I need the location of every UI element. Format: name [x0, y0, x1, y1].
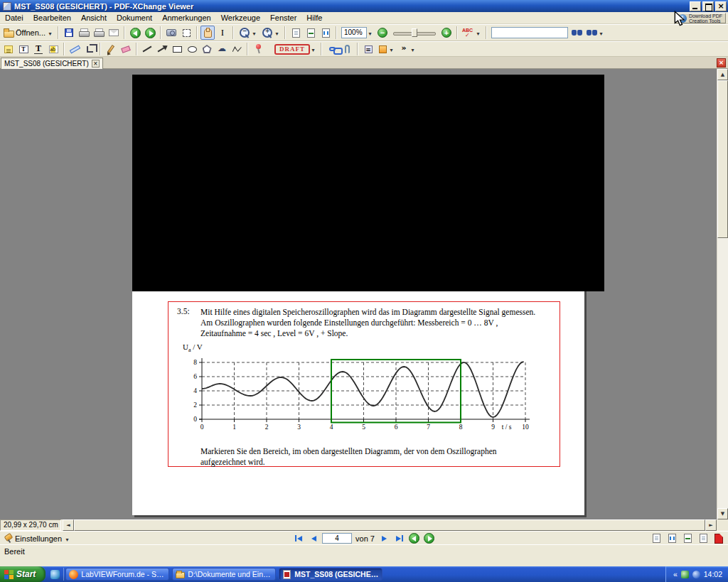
arrow-tool-button[interactable] — [155, 42, 169, 56]
menu-dokument[interactable]: Dokument — [112, 12, 157, 23]
pdf-reader-button[interactable] — [712, 532, 726, 546]
horizontal-scroll-thumb[interactable] — [74, 519, 705, 531]
menu-datei[interactable]: Datei — [0, 12, 28, 23]
continuous-facing-view-button[interactable] — [696, 532, 710, 546]
last-page-button[interactable] — [393, 533, 406, 544]
zoom-in-tool-button[interactable] — [259, 26, 282, 40]
print-button[interactable] — [77, 26, 91, 40]
hand-tool-button[interactable] — [200, 26, 215, 40]
zoom-slider-button[interactable] — [390, 26, 439, 40]
menu-fenster[interactable]: Fenster — [265, 12, 301, 23]
search-field[interactable] — [491, 27, 568, 38]
quick-launch-icon[interactable] — [50, 570, 60, 579]
printer-icon — [79, 28, 89, 37]
document-tab[interactable]: MST_SS08 (GESICHERT) × — [1, 58, 103, 69]
menu-anmerkungen[interactable]: Anmerkungen — [157, 12, 216, 23]
settings-panel-button[interactable]: Einstellungen — [1, 532, 73, 544]
app-icon[interactable] — [3, 2, 11, 11]
previous-page-button[interactable] — [307, 533, 320, 544]
link-tool-button[interactable] — [325, 42, 339, 56]
start-button[interactable]: Start — [0, 566, 46, 582]
task-explorer[interactable]: D:\Dokumente und Einst... — [172, 568, 276, 581]
highlight-text-button[interactable] — [46, 42, 60, 56]
dropdown-arrow-icon — [64, 534, 70, 543]
email-button[interactable] — [107, 26, 121, 40]
separator — [321, 43, 322, 55]
document-viewport[interactable]: 3.5: Mit Hilfe eines digitalen Speichero… — [0, 69, 717, 519]
previous-view-button[interactable] — [408, 533, 421, 544]
next-view-button[interactable] — [143, 26, 157, 40]
zoom-out-tool-button[interactable] — [237, 26, 259, 40]
maximize-button[interactable] — [702, 1, 714, 11]
polygon-tool-button[interactable] — [200, 42, 214, 56]
single-page-view-button[interactable] — [649, 532, 663, 546]
more-tools-button[interactable] — [397, 42, 417, 56]
stamp-draft-button[interactable]: DRAFT — [273, 42, 318, 56]
zoom-minus-button[interactable] — [375, 26, 390, 40]
menu-bearbeiten[interactable]: Bearbeiten — [28, 12, 76, 23]
previous-view-button[interactable] — [128, 26, 142, 40]
pencil-tool-button[interactable] — [104, 42, 118, 56]
text-box-button[interactable] — [16, 42, 31, 56]
open-button[interactable]: Öffnen... — [1, 26, 55, 40]
task-labviewforum[interactable]: LabVIEWForum.de - Suc... — [65, 568, 169, 581]
tray-shield-icon[interactable] — [681, 571, 689, 578]
save-button[interactable] — [62, 26, 76, 40]
tray-network-icon[interactable] — [692, 571, 700, 578]
select-region-button[interactable] — [179, 26, 193, 40]
vertical-scroll-thumb[interactable] — [717, 80, 728, 238]
slider-thumb[interactable] — [412, 28, 417, 37]
crop-pages-button[interactable] — [82, 42, 97, 56]
scroll-right-arrow-icon[interactable] — [705, 519, 717, 531]
minimize-button[interactable] — [690, 1, 701, 11]
green-back-arrow-icon — [409, 533, 419, 544]
actual-size-button[interactable] — [289, 26, 303, 40]
next-view-button[interactable] — [423, 533, 436, 544]
first-page-button[interactable] — [292, 533, 305, 544]
snapshot-button[interactable] — [164, 26, 178, 40]
fit-page-button[interactable] — [304, 26, 318, 40]
vertical-scrollbar[interactable] — [717, 69, 728, 519]
zoom-plus-button[interactable] — [439, 26, 454, 40]
tray-chevron-icon[interactable]: « — [673, 570, 678, 578]
eraser-tool-button[interactable] — [119, 42, 133, 56]
horizontal-scrollbar[interactable] — [74, 519, 705, 531]
print-setup-button[interactable] — [92, 26, 106, 40]
scroll-left-arrow-icon[interactable] — [63, 519, 74, 531]
menu-werkzeuge[interactable]: Werkzeuge — [216, 12, 265, 23]
close-document-button[interactable]: × — [717, 58, 726, 68]
properties-button[interactable] — [361, 42, 375, 56]
task-pdf-viewer[interactable]: MST_SS08 (GESICHER... — [279, 568, 382, 581]
pin-tool-button[interactable] — [251, 42, 272, 56]
search-button[interactable] — [570, 26, 584, 40]
scroll-up-arrow-icon[interactable] — [717, 69, 728, 80]
zoom-slider[interactable] — [392, 27, 437, 38]
rectangle-tool-button[interactable] — [170, 42, 184, 56]
spell-check-button[interactable] — [461, 26, 483, 40]
page2-icon — [684, 534, 692, 543]
tab-close-icon[interactable]: × — [92, 60, 100, 68]
oval-tool-button[interactable] — [185, 42, 199, 56]
comment-style-button[interactable] — [376, 42, 396, 56]
menu-ansicht[interactable]: Ansicht — [76, 12, 112, 23]
line-tool-button[interactable] — [140, 42, 154, 56]
search-options-button[interactable] — [585, 26, 606, 40]
scroll-down-arrow-icon[interactable] — [717, 508, 728, 519]
search-field-button[interactable] — [490, 26, 569, 40]
measure-button[interactable] — [68, 42, 82, 56]
sticky-note-button[interactable] — [1, 42, 16, 56]
select-text-button[interactable] — [215, 26, 230, 40]
menu-hilfe[interactable]: Hilfe — [301, 12, 327, 23]
pdfred-icon — [714, 534, 723, 544]
facing-pages-view-button[interactable] — [680, 532, 695, 546]
zoom-level-button[interactable]: 100% — [340, 26, 375, 40]
page-number-input[interactable] — [322, 533, 352, 544]
close-button[interactable] — [715, 1, 727, 11]
magm-icon — [239, 27, 250, 38]
continuous-view-button[interactable] — [665, 532, 679, 546]
cloud-tool-button[interactable] — [215, 42, 229, 56]
next-page-button[interactable] — [378, 533, 391, 544]
polyline-tool-button[interactable] — [230, 42, 244, 56]
fit-width-button[interactable] — [318, 26, 333, 40]
typewriter-button[interactable] — [31, 42, 46, 56]
